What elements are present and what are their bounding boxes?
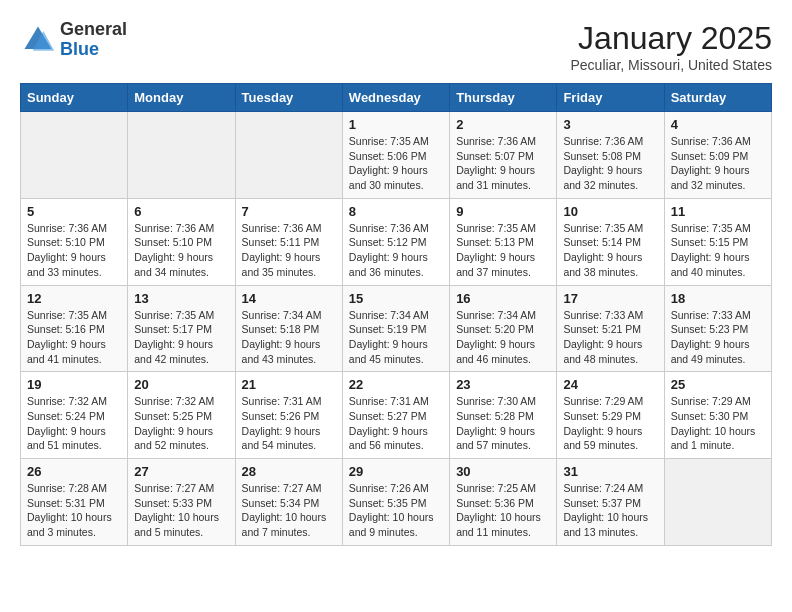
day-info: Sunrise: 7:35 AM Sunset: 5:15 PM Dayligh… [671, 221, 765, 280]
calendar-cell: 20Sunrise: 7:32 AM Sunset: 5:25 PM Dayli… [128, 372, 235, 459]
calendar-cell [664, 459, 771, 546]
day-info: Sunrise: 7:36 AM Sunset: 5:07 PM Dayligh… [456, 134, 550, 193]
calendar-week-row: 1Sunrise: 7:35 AM Sunset: 5:06 PM Daylig… [21, 112, 772, 199]
calendar-cell: 18Sunrise: 7:33 AM Sunset: 5:23 PM Dayli… [664, 285, 771, 372]
calendar-cell: 6Sunrise: 7:36 AM Sunset: 5:10 PM Daylig… [128, 198, 235, 285]
day-number: 9 [456, 204, 550, 219]
calendar-cell: 31Sunrise: 7:24 AM Sunset: 5:37 PM Dayli… [557, 459, 664, 546]
day-number: 12 [27, 291, 121, 306]
calendar-cell: 17Sunrise: 7:33 AM Sunset: 5:21 PM Dayli… [557, 285, 664, 372]
day-number: 22 [349, 377, 443, 392]
calendar-header-row: SundayMondayTuesdayWednesdayThursdayFrid… [21, 84, 772, 112]
day-number: 16 [456, 291, 550, 306]
calendar-cell: 16Sunrise: 7:34 AM Sunset: 5:20 PM Dayli… [450, 285, 557, 372]
day-number: 24 [563, 377, 657, 392]
calendar-cell: 24Sunrise: 7:29 AM Sunset: 5:29 PM Dayli… [557, 372, 664, 459]
title-block: January 2025 Peculiar, Missouri, United … [570, 20, 772, 73]
day-number: 26 [27, 464, 121, 479]
calendar-cell: 8Sunrise: 7:36 AM Sunset: 5:12 PM Daylig… [342, 198, 449, 285]
column-header-sunday: Sunday [21, 84, 128, 112]
day-info: Sunrise: 7:36 AM Sunset: 5:08 PM Dayligh… [563, 134, 657, 193]
day-info: Sunrise: 7:36 AM Sunset: 5:09 PM Dayligh… [671, 134, 765, 193]
day-number: 2 [456, 117, 550, 132]
calendar-cell: 19Sunrise: 7:32 AM Sunset: 5:24 PM Dayli… [21, 372, 128, 459]
day-number: 25 [671, 377, 765, 392]
day-info: Sunrise: 7:35 AM Sunset: 5:17 PM Dayligh… [134, 308, 228, 367]
day-info: Sunrise: 7:34 AM Sunset: 5:19 PM Dayligh… [349, 308, 443, 367]
calendar-cell: 13Sunrise: 7:35 AM Sunset: 5:17 PM Dayli… [128, 285, 235, 372]
day-info: Sunrise: 7:35 AM Sunset: 5:06 PM Dayligh… [349, 134, 443, 193]
day-info: Sunrise: 7:35 AM Sunset: 5:13 PM Dayligh… [456, 221, 550, 280]
calendar-cell: 27Sunrise: 7:27 AM Sunset: 5:33 PM Dayli… [128, 459, 235, 546]
day-info: Sunrise: 7:35 AM Sunset: 5:14 PM Dayligh… [563, 221, 657, 280]
calendar-cell: 25Sunrise: 7:29 AM Sunset: 5:30 PM Dayli… [664, 372, 771, 459]
day-info: Sunrise: 7:36 AM Sunset: 5:10 PM Dayligh… [134, 221, 228, 280]
column-header-friday: Friday [557, 84, 664, 112]
calendar-cell: 30Sunrise: 7:25 AM Sunset: 5:36 PM Dayli… [450, 459, 557, 546]
day-number: 20 [134, 377, 228, 392]
calendar-week-row: 26Sunrise: 7:28 AM Sunset: 5:31 PM Dayli… [21, 459, 772, 546]
day-info: Sunrise: 7:32 AM Sunset: 5:25 PM Dayligh… [134, 394, 228, 453]
calendar-table: SundayMondayTuesdayWednesdayThursdayFrid… [20, 83, 772, 546]
day-info: Sunrise: 7:33 AM Sunset: 5:23 PM Dayligh… [671, 308, 765, 367]
day-number: 29 [349, 464, 443, 479]
day-info: Sunrise: 7:33 AM Sunset: 5:21 PM Dayligh… [563, 308, 657, 367]
day-number: 17 [563, 291, 657, 306]
day-info: Sunrise: 7:31 AM Sunset: 5:27 PM Dayligh… [349, 394, 443, 453]
calendar-cell: 11Sunrise: 7:35 AM Sunset: 5:15 PM Dayli… [664, 198, 771, 285]
day-info: Sunrise: 7:30 AM Sunset: 5:28 PM Dayligh… [456, 394, 550, 453]
day-info: Sunrise: 7:26 AM Sunset: 5:35 PM Dayligh… [349, 481, 443, 540]
day-info: Sunrise: 7:34 AM Sunset: 5:20 PM Dayligh… [456, 308, 550, 367]
calendar-cell: 26Sunrise: 7:28 AM Sunset: 5:31 PM Dayli… [21, 459, 128, 546]
day-info: Sunrise: 7:29 AM Sunset: 5:29 PM Dayligh… [563, 394, 657, 453]
day-number: 14 [242, 291, 336, 306]
day-number: 18 [671, 291, 765, 306]
month-title: January 2025 [570, 20, 772, 57]
day-number: 6 [134, 204, 228, 219]
calendar-cell: 2Sunrise: 7:36 AM Sunset: 5:07 PM Daylig… [450, 112, 557, 199]
day-info: Sunrise: 7:24 AM Sunset: 5:37 PM Dayligh… [563, 481, 657, 540]
column-header-tuesday: Tuesday [235, 84, 342, 112]
day-number: 11 [671, 204, 765, 219]
calendar-cell: 1Sunrise: 7:35 AM Sunset: 5:06 PM Daylig… [342, 112, 449, 199]
column-header-saturday: Saturday [664, 84, 771, 112]
day-number: 23 [456, 377, 550, 392]
calendar-week-row: 19Sunrise: 7:32 AM Sunset: 5:24 PM Dayli… [21, 372, 772, 459]
day-number: 19 [27, 377, 121, 392]
calendar-cell: 3Sunrise: 7:36 AM Sunset: 5:08 PM Daylig… [557, 112, 664, 199]
day-info: Sunrise: 7:29 AM Sunset: 5:30 PM Dayligh… [671, 394, 765, 453]
calendar-week-row: 12Sunrise: 7:35 AM Sunset: 5:16 PM Dayli… [21, 285, 772, 372]
logo: General Blue [20, 20, 127, 60]
calendar-cell: 21Sunrise: 7:31 AM Sunset: 5:26 PM Dayli… [235, 372, 342, 459]
day-info: Sunrise: 7:27 AM Sunset: 5:34 PM Dayligh… [242, 481, 336, 540]
calendar-cell: 5Sunrise: 7:36 AM Sunset: 5:10 PM Daylig… [21, 198, 128, 285]
day-info: Sunrise: 7:28 AM Sunset: 5:31 PM Dayligh… [27, 481, 121, 540]
day-info: Sunrise: 7:36 AM Sunset: 5:10 PM Dayligh… [27, 221, 121, 280]
day-number: 27 [134, 464, 228, 479]
location-subtitle: Peculiar, Missouri, United States [570, 57, 772, 73]
page-header: General Blue January 2025 Peculiar, Miss… [20, 20, 772, 73]
day-number: 13 [134, 291, 228, 306]
day-number: 5 [27, 204, 121, 219]
calendar-cell: 22Sunrise: 7:31 AM Sunset: 5:27 PM Dayli… [342, 372, 449, 459]
calendar-cell: 12Sunrise: 7:35 AM Sunset: 5:16 PM Dayli… [21, 285, 128, 372]
day-info: Sunrise: 7:34 AM Sunset: 5:18 PM Dayligh… [242, 308, 336, 367]
calendar-cell [128, 112, 235, 199]
day-info: Sunrise: 7:35 AM Sunset: 5:16 PM Dayligh… [27, 308, 121, 367]
calendar-cell: 28Sunrise: 7:27 AM Sunset: 5:34 PM Dayli… [235, 459, 342, 546]
day-info: Sunrise: 7:31 AM Sunset: 5:26 PM Dayligh… [242, 394, 336, 453]
day-info: Sunrise: 7:32 AM Sunset: 5:24 PM Dayligh… [27, 394, 121, 453]
calendar-cell: 15Sunrise: 7:34 AM Sunset: 5:19 PM Dayli… [342, 285, 449, 372]
calendar-cell: 4Sunrise: 7:36 AM Sunset: 5:09 PM Daylig… [664, 112, 771, 199]
calendar-cell: 9Sunrise: 7:35 AM Sunset: 5:13 PM Daylig… [450, 198, 557, 285]
column-header-thursday: Thursday [450, 84, 557, 112]
calendar-cell: 29Sunrise: 7:26 AM Sunset: 5:35 PM Dayli… [342, 459, 449, 546]
day-info: Sunrise: 7:27 AM Sunset: 5:33 PM Dayligh… [134, 481, 228, 540]
day-number: 8 [349, 204, 443, 219]
calendar-week-row: 5Sunrise: 7:36 AM Sunset: 5:10 PM Daylig… [21, 198, 772, 285]
logo-icon [20, 22, 56, 58]
calendar-cell: 23Sunrise: 7:30 AM Sunset: 5:28 PM Dayli… [450, 372, 557, 459]
day-number: 3 [563, 117, 657, 132]
column-header-monday: Monday [128, 84, 235, 112]
calendar-cell [21, 112, 128, 199]
